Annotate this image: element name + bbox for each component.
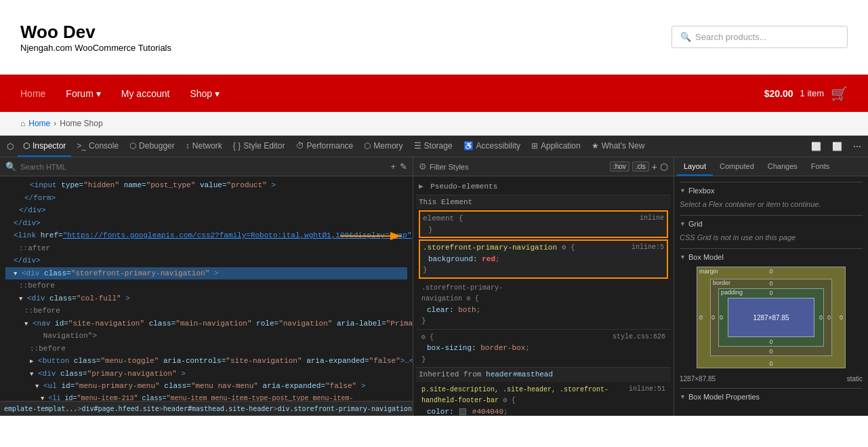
- box-model-title[interactable]: ▼ Box Model: [680, 253, 863, 261]
- responsive-mode-btn[interactable]: ⬜: [807, 139, 825, 154]
- tab-computed[interactable]: Computed: [713, 157, 761, 176]
- tab-debugger[interactable]: ⬡ Debugger: [124, 136, 180, 157]
- html-search-bar: 🔍 + ✎: [0, 157, 413, 176]
- site-subtitle: Njengah.com WooCommerce Tutorials: [20, 43, 171, 53]
- css-this-element-label: This Element: [416, 195, 671, 210]
- devtools-toolbar: ⬡ ⬡ Inspector >_ Console ⬡ Debugger ↕ Ne…: [0, 136, 868, 157]
- html-breadcrumb-footer: emplate-templat... > div#page.hfeed.site…: [0, 401, 413, 416]
- css-panel: ⚙ Filter Styles :hov .cls + ⬡ ▶ Pseudo-e…: [413, 157, 674, 416]
- accessibility-icon: ♿: [463, 141, 474, 151]
- copy-btn[interactable]: ⬡: [660, 161, 668, 172]
- network-label: Network: [192, 141, 222, 151]
- html-search-add-btn[interactable]: +: [390, 161, 396, 172]
- css-storefront-nav-rule: .storefront-primary- navigation ⚙ { clea…: [416, 280, 671, 330]
- grid-section: ▼ Grid CSS Grid is not in use on this pa…: [680, 215, 863, 248]
- tab-style-editor[interactable]: { } Style Editor: [228, 136, 291, 157]
- add-rule-btn[interactable]: +: [652, 161, 657, 172]
- html-line: <button class="menu-toggle" aria-control…: [5, 355, 407, 368]
- inspector-icon: ⬡: [23, 141, 30, 151]
- whats-new-label: What's New: [602, 141, 645, 151]
- performance-icon: ⏱: [296, 141, 304, 151]
- style-editor-icon: { }: [233, 141, 241, 151]
- margin-label: margin: [699, 268, 718, 275]
- tab-fonts[interactable]: Fonts: [804, 157, 837, 176]
- grid-arrow: ▼: [680, 220, 686, 227]
- tab-inspector[interactable]: ⬡ Inspector: [18, 136, 71, 157]
- flexbox-title[interactable]: ▼ Flexbox: [680, 187, 863, 195]
- tab-changes[interactable]: Changes: [761, 157, 804, 176]
- cart-icon[interactable]: 🛒: [831, 85, 848, 102]
- html-line: <ul id="menu-primary-menu" class="menu n…: [5, 380, 407, 393]
- cls-btn[interactable]: .cls: [632, 161, 649, 172]
- nav-forum[interactable]: Forum ▾: [66, 88, 100, 99]
- breadcrumb-bar: ⌂ Home › Home Shop: [0, 112, 868, 136]
- debugger-label: Debugger: [139, 141, 175, 151]
- html-line: <nav id="site-navigation" class="main-na…: [5, 317, 407, 330]
- console-icon: >_: [77, 141, 86, 151]
- html-search-icon: 🔍: [5, 161, 16, 172]
- tab-network[interactable]: ↕ Network: [180, 136, 228, 157]
- nav-home[interactable]: Home: [20, 88, 45, 99]
- debugger-icon: ⬡: [129, 141, 136, 151]
- box-model-properties-title[interactable]: ▼ Box Model Properties: [680, 393, 863, 401]
- devtools: ⬡ ⬡ Inspector >_ Console ⬡ Debugger ↕ Ne…: [0, 136, 868, 416]
- tab-whats-new[interactable]: ★ What's New: [586, 136, 650, 157]
- box-model-diagram: margin 0 0 0 0 border 0 0 0 0: [697, 267, 846, 368]
- html-line-selected[interactable]: <div class="storefront-primary-navigatio…: [5, 267, 407, 280]
- accessibility-label: Accessibility: [476, 141, 520, 151]
- tab-memory[interactable]: ⬡ Memory: [358, 136, 408, 157]
- filter-styles-label: Filter Styles: [430, 163, 468, 171]
- storage-icon: ☰: [414, 141, 421, 151]
- css-element-selector: element { inline: [423, 213, 664, 225]
- tab-accessibility[interactable]: ♿ Accessibility: [458, 136, 526, 157]
- split-console-btn[interactable]: ⬜: [828, 139, 846, 154]
- nav-shop[interactable]: Shop ▾: [190, 88, 220, 99]
- network-icon: ↕: [186, 141, 190, 151]
- tab-layout[interactable]: Layout: [677, 157, 713, 176]
- border-label: border: [713, 279, 730, 286]
- pseudo-elements-label: Pseudo-elements: [430, 182, 497, 191]
- inspector-pointer-btn[interactable]: ⬡: [3, 139, 18, 154]
- box-model-label: Box Model: [688, 253, 724, 261]
- more-tools-btn[interactable]: ⋯: [849, 139, 865, 154]
- toolbar-right: ⬜ ⬜ ⋯: [807, 139, 865, 154]
- box-model-props-arrow: ▼: [680, 393, 686, 400]
- shop-arrow: ▾: [215, 88, 220, 99]
- layout-content: ▼ Flexbox Select a Flex container or ite…: [674, 176, 868, 416]
- css-inherited-label: Inherited from header#masthead: [416, 368, 671, 382]
- tab-storage[interactable]: ☰ Storage: [409, 136, 458, 157]
- breadcrumb-home[interactable]: Home: [28, 119, 50, 128]
- cart-area[interactable]: $20.00 1 item 🛒: [764, 85, 848, 102]
- memory-label: Memory: [373, 141, 402, 151]
- search-bar[interactable]: 🔍 Search products...: [671, 26, 848, 48]
- forum-arrow: ▾: [96, 88, 101, 99]
- tab-performance[interactable]: ⏱ Performance: [291, 136, 359, 157]
- html-line: <div class="primary-navigation" >: [5, 368, 407, 381]
- css-element-rule: element { inline }: [419, 210, 668, 238]
- html-search-input[interactable]: [20, 163, 386, 171]
- css-triangle-pseudo: ▶: [419, 182, 423, 191]
- tab-console[interactable]: >_ Console: [71, 136, 124, 157]
- tab-application[interactable]: ⊞ Application: [526, 136, 586, 157]
- css-content: ▶ Pseudo-elements This Element element {…: [413, 176, 674, 416]
- css-background-prop: background:: [428, 255, 478, 263]
- breadcrumb-current: Home Shop: [60, 119, 102, 128]
- flexbox-section: ▼ Flexbox Select a Flex container or ite…: [680, 182, 863, 215]
- hov-btn[interactable]: :hov: [610, 161, 629, 172]
- css-storefront-rule: .storefront-primary-navigation ⚙ { inlin…: [419, 239, 668, 279]
- grid-label: Grid: [688, 220, 703, 228]
- performance-label: Performance: [307, 141, 354, 151]
- layout-tabs: Layout Computed Changes Fonts: [674, 157, 868, 176]
- dimensions-value: 1287×87.85: [680, 375, 716, 383]
- html-line: ::before: [5, 279, 407, 292]
- filter-icon: ⚙: [419, 161, 427, 172]
- box-model-properties-section: ▼ Box Model Properties: [680, 388, 863, 408]
- site-title: Woo Dev: [20, 22, 171, 43]
- css-pseudo-elements[interactable]: ▶ Pseudo-elements: [416, 179, 671, 195]
- html-pick-btn[interactable]: ✎: [400, 161, 407, 172]
- box-model-section: ▼ Box Model margin 0 0 0 0: [680, 248, 863, 388]
- box-model-arrow: ▼: [680, 254, 686, 260]
- grid-title[interactable]: ▼ Grid: [680, 220, 863, 228]
- nav-my-account[interactable]: My account: [121, 88, 170, 99]
- search-icon: 🔍: [680, 32, 691, 42]
